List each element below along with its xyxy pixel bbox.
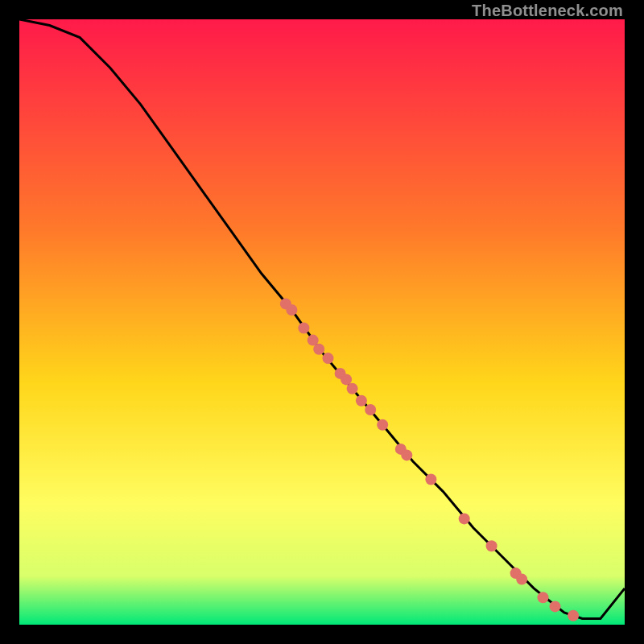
highlight-point (516, 574, 527, 585)
highlight-point (286, 304, 297, 316)
highlight-point (538, 592, 549, 603)
highlight-point (356, 395, 367, 407)
highlight-point (313, 344, 324, 355)
chart-frame (19, 19, 625, 625)
highlight-point (347, 383, 358, 394)
watermark-text: TheBottleneck.com (472, 2, 623, 20)
bottleneck-chart (19, 19, 625, 625)
highlight-point (365, 404, 376, 415)
highlight-point (486, 540, 497, 551)
highlight-point (401, 449, 412, 460)
highlight-point (459, 513, 470, 524)
highlight-point (298, 323, 309, 334)
highlight-point (377, 419, 388, 431)
highlight-point (425, 474, 436, 485)
gradient-background (19, 19, 625, 625)
highlight-point (550, 601, 561, 612)
highlight-point (568, 610, 579, 621)
highlight-point (323, 353, 334, 364)
